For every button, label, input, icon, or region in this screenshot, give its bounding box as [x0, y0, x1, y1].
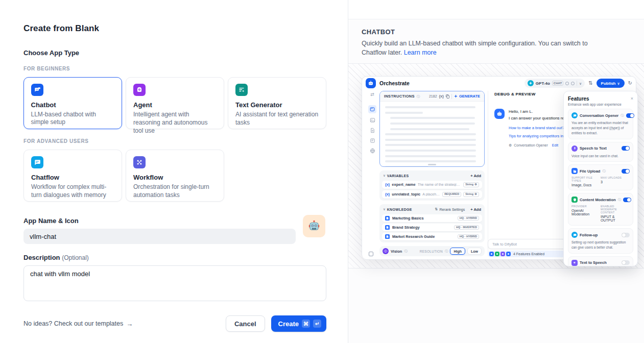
- resolution-low-button: Low: [467, 248, 482, 255]
- checkbox-icon: [369, 252, 373, 256]
- for-beginners-label: FOR BEGINNERS: [23, 66, 326, 71]
- cancel-button[interactable]: Cancel: [226, 315, 265, 332]
- variables-title: VARIABLES: [387, 174, 409, 178]
- index-mode-tag: HQ · INVERTED: [454, 225, 479, 230]
- app-type-card-chatflow[interactable]: Chatflow Workflow for complex multi-turn…: [23, 150, 122, 202]
- bot-avatar: [494, 109, 505, 119]
- model-name: GPT-4o: [536, 81, 550, 86]
- card-description: Orchestration for single-turn automation…: [133, 183, 217, 200]
- card-description: Intelligent agent with reasoning and aut…: [133, 111, 217, 135]
- description-label: Description (Optional): [23, 254, 326, 261]
- variable-row: {x} unrelated_topic A placeholder for to…: [382, 190, 482, 199]
- app-type-card-chatbot[interactable]: Chatbot LLM-based chatbot with simple se…: [23, 77, 122, 129]
- vision-icon: [383, 248, 389, 254]
- upload-mini-icon: [506, 252, 511, 256]
- gear-icon: ⚙: [509, 143, 512, 148]
- variable-type-tag: String ⚙: [463, 192, 479, 197]
- browse-templates-link[interactable]: No ideas? Check out our templates→: [23, 320, 133, 328]
- model-provider-icon: [528, 80, 534, 86]
- variable-icon: {x}: [385, 192, 390, 196]
- create-button[interactable]: Create ⌘ ↵: [271, 315, 326, 332]
- app-name-label: App Name & Icon: [23, 217, 326, 225]
- folder-icon: [571, 168, 578, 174]
- knowledge-title: KNOWLEDGE: [387, 208, 412, 211]
- card-title: Workflow: [133, 174, 217, 181]
- char-count: 2182: [429, 94, 437, 98]
- feature-speech-to-text: Speech to Text Voice input can be used i…: [568, 142, 633, 162]
- arrow-right-icon: →: [126, 320, 133, 328]
- features-title: Features: [568, 96, 589, 102]
- knowledge-panel: ∨ KNOWLEDGE ⇅Rerank Settings + Add Marke…: [379, 204, 485, 242]
- preview-screenshot-area: Orchestrate GPT-4o CHAT ∨ ⇅ Publish ∨: [348, 63, 644, 268]
- sparkle-icon: [454, 94, 458, 98]
- app-type-card-agent[interactable]: Agent Intelligent agent with reasoning a…: [126, 77, 224, 129]
- app-name-input[interactable]: [23, 229, 296, 244]
- rerank-icon: ⇅: [435, 207, 438, 211]
- add-variable-button: + Add: [470, 174, 481, 178]
- resize-handle: [428, 164, 436, 165]
- dataset-icon: [385, 216, 390, 220]
- app-avatar-icon: [366, 78, 376, 88]
- shield-icon: [571, 197, 578, 203]
- copy-icon: [446, 94, 449, 99]
- variables-panel: ∨ VARIABLES + Add {x} expert_name The na…: [379, 170, 485, 201]
- feature-content-moderation: Content Moderation ⓘ PROVIDEROpenAI Mode…: [568, 193, 633, 226]
- preview-heading: CHATBOT: [362, 28, 631, 36]
- features-enabled-bar: 4 Features Enabled: [488, 251, 565, 257]
- app-type-card-workflow[interactable]: Workflow Orchestration for single-turn a…: [126, 150, 224, 202]
- knowledge-row: Marketing Basics HQ · HYBRID: [382, 214, 482, 222]
- orchestrate-header: Orchestrate GPT-4o CHAT ∨ ⇅ Publish ∨: [362, 77, 636, 90]
- notes-icon: [370, 138, 375, 143]
- variable-type-tag: String ⚙: [463, 182, 479, 187]
- optional-hint: (Optional): [62, 254, 89, 261]
- index-mode-tag: HQ · HYBRID: [458, 216, 479, 221]
- preview-description: Quickly build an LLM-based chatbot with …: [362, 39, 602, 57]
- microphone-icon: [571, 145, 578, 152]
- chevron-down-icon: ∨: [383, 208, 386, 211]
- chevron-down-icon: ∨: [617, 82, 619, 85]
- robot-emoji-icon: [307, 219, 321, 233]
- opener-mini-icon: [489, 252, 494, 256]
- modal-footer: No ideas? Check out our templates→ Cance…: [23, 315, 326, 332]
- model-mode-badge: CHAT: [552, 81, 563, 86]
- knowledge-row: Brand Strategy HQ · INVERTED: [382, 224, 482, 231]
- card-title: Agent: [133, 101, 217, 109]
- learn-more-link[interactable]: Learn more: [404, 49, 437, 56]
- for-advanced-users-label: FOR ADVANCED USERS: [23, 138, 326, 144]
- page-title: Create from Blank: [23, 23, 326, 34]
- follow-up-toggle: [622, 233, 630, 237]
- required-tag: REQUIRED: [442, 192, 461, 197]
- speech-mini-icon: [500, 252, 505, 256]
- follow-up-icon: [571, 232, 578, 238]
- agent-icon: [133, 84, 146, 96]
- model-selector-chip: GPT-4o CHAT ∨: [524, 79, 585, 88]
- settings-icon: ⚙: [474, 193, 477, 196]
- knowledge-row: Market Research Guide HQ · HYBRID: [382, 233, 482, 240]
- dataset-icon: [385, 234, 390, 239]
- advanced-card-row: Chatflow Workflow for complex multi-turn…: [23, 150, 326, 202]
- description-textarea[interactable]: chat with vllm model: [23, 265, 326, 301]
- workflow-icon: [133, 156, 146, 168]
- variable-insert-icon: {x}: [439, 94, 444, 98]
- info-icon: ⓘ: [404, 250, 408, 253]
- app-icon-picker[interactable]: [303, 215, 325, 237]
- swap-icon: ⇄: [370, 92, 374, 97]
- orchestrate-title: Orchestrate: [379, 80, 410, 86]
- file-upload-toggle: [622, 169, 630, 174]
- conversation-opener-toggle: [626, 113, 634, 118]
- card-title: Chatflow: [31, 174, 114, 181]
- top-strip: [348, 0, 644, 19]
- chatflow-icon: [31, 156, 43, 168]
- info-icon: ⓘ: [618, 198, 622, 202]
- temperature-icon: [565, 82, 569, 85]
- dataset-icon: [385, 225, 390, 230]
- edit-link: Edit: [552, 143, 558, 147]
- app-type-card-text-generator[interactable]: Text Generator AI assistant for text gen…: [228, 77, 326, 129]
- features-subtitle: Enhance web app user experience: [568, 103, 633, 106]
- chatbot-icon: [31, 84, 43, 96]
- moderation-mini-icon: [495, 252, 499, 256]
- params-sliders-icon: ⇅: [588, 81, 592, 86]
- create-from-blank-modal: Create from Blank Choose App Type FOR BE…: [0, 0, 348, 343]
- info-icon: ⓘ: [445, 250, 448, 253]
- conversation-opener-icon: [571, 112, 578, 118]
